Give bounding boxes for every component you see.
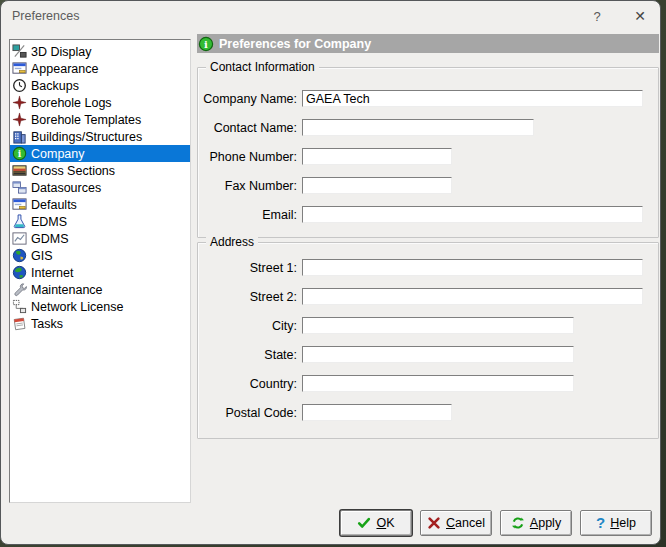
close-button[interactable]: ✕: [625, 5, 655, 27]
form-row: Company Name:: [198, 90, 658, 107]
state-input[interactable]: [302, 346, 574, 363]
sidebar-item-buildings-structures[interactable]: Buildings/Structures: [10, 128, 190, 145]
title-bar[interactable]: Preferences ? ✕: [1, 1, 660, 33]
sidebar-listbox[interactable]: 3D Display Appearance Backups Borehole L…: [9, 39, 191, 503]
sidebar-item-network-license[interactable]: Network License: [10, 298, 190, 315]
cancel-button[interactable]: Cancel: [420, 510, 492, 536]
form-row: Street 1:: [198, 259, 658, 276]
sidebar-item-label: Defaults: [31, 198, 77, 212]
street_1-input[interactable]: [302, 259, 643, 276]
window-title: Preferences: [12, 9, 79, 23]
sidebar-item-label: EDMS: [31, 215, 67, 229]
button-label: Help: [610, 516, 636, 530]
sidebar-item-tasks[interactable]: Tasks: [10, 315, 190, 332]
form-row: Postal Code:: [198, 404, 658, 421]
street_2-label: Street 2:: [198, 290, 297, 304]
sidebar-item-label: GDMS: [31, 232, 69, 246]
cross-icon: [427, 516, 441, 530]
question-icon: ?: [596, 516, 605, 530]
sidebar-item-borehole-templates[interactable]: Borehole Templates: [10, 111, 190, 128]
form-row: Phone Number:: [198, 148, 658, 165]
globe-internet-icon: [12, 265, 27, 280]
check-icon: [357, 516, 371, 530]
button-label: OK: [376, 516, 394, 530]
borehole-star-icon: [12, 112, 27, 127]
window-icon: [12, 197, 27, 212]
sidebar-item-label: Borehole Templates: [31, 113, 141, 127]
wrench-icon: [12, 282, 27, 297]
sidebar-item-appearance[interactable]: Appearance: [10, 60, 190, 77]
sidebar-item-3d-display[interactable]: 3D Display: [10, 43, 190, 60]
email-input[interactable]: [302, 206, 643, 223]
close-icon: ✕: [634, 8, 646, 24]
phone_number-input[interactable]: [302, 148, 452, 165]
sidebar-item-label: Appearance: [31, 62, 98, 76]
sidebar-item-label: Cross Sections: [31, 164, 115, 178]
sidebar-item-label: GIS: [31, 249, 53, 263]
help-button[interactable]: ? Help: [580, 510, 652, 536]
sidebar-item-gis[interactable]: GIS: [10, 247, 190, 264]
form-row: State:: [198, 346, 658, 363]
desktop-background: Preferences ? ✕ 3D Display Appearance Ba…: [0, 0, 666, 547]
network-icon: [12, 299, 27, 314]
line-chart-icon: [12, 231, 27, 246]
sidebar-item-label: Backups: [31, 79, 79, 93]
sidebar-item-label: Tasks: [31, 317, 63, 331]
cube-3d-icon: [12, 44, 27, 59]
ok-button[interactable]: OK: [340, 510, 412, 536]
state-label: State:: [198, 348, 297, 362]
fax_number-input[interactable]: [302, 177, 452, 194]
street_2-input[interactable]: [302, 288, 643, 305]
info-icon: i: [198, 36, 214, 52]
titlebar-help-button[interactable]: ?: [582, 5, 612, 27]
contact_name-label: Contact Name:: [198, 121, 297, 135]
svg-text:i: i: [204, 39, 208, 50]
sidebar-item-label: 3D Display: [31, 45, 91, 59]
sidebar-item-label: Borehole Logs: [31, 96, 112, 110]
datasource-icon: [12, 180, 27, 195]
sidebar-item-maintenance[interactable]: Maintenance: [10, 281, 190, 298]
country-label: Country:: [198, 377, 297, 391]
apply-button[interactable]: Apply: [500, 510, 572, 536]
sidebar-item-label: Network License: [31, 300, 123, 314]
button-label: Apply: [530, 516, 561, 530]
panel-header-title: Preferences for Company: [219, 37, 371, 51]
sidebar-item-gdms[interactable]: GDMS: [10, 230, 190, 247]
clock-icon: [12, 78, 27, 93]
sidebar-item-internet[interactable]: Internet: [10, 264, 190, 281]
postal_code-input[interactable]: [302, 404, 452, 421]
svg-text:i: i: [18, 148, 22, 159]
email-label: Email:: [198, 208, 297, 222]
sidebar-item-edms[interactable]: EDMS: [10, 213, 190, 230]
sidebar-item-backups[interactable]: Backups: [10, 77, 190, 94]
form-row: City:: [198, 317, 658, 334]
globe-icon: [12, 248, 27, 263]
panel-header: i Preferences for Company: [197, 34, 659, 53]
country-input[interactable]: [302, 375, 574, 392]
contact_name-input[interactable]: [302, 119, 534, 136]
borehole-star-icon: [12, 95, 27, 110]
strata-icon: [12, 163, 27, 178]
sidebar-item-company[interactable]: i Company: [10, 145, 190, 162]
group-title: Address: [206, 235, 258, 249]
form-row: Street 2:: [198, 288, 658, 305]
button-label: Cancel: [446, 516, 485, 530]
sidebar-item-borehole-logs[interactable]: Borehole Logs: [10, 94, 190, 111]
sidebar-item-cross-sections[interactable]: Cross Sections: [10, 162, 190, 179]
sidebar-item-defaults[interactable]: Defaults: [10, 196, 190, 213]
group-address: Address Street 1: Street 2: City: State:…: [197, 242, 659, 439]
company_name-label: Company Name:: [198, 92, 297, 106]
form-row: Country:: [198, 375, 658, 392]
tasks-icon: [12, 316, 27, 331]
window-icon: [12, 61, 27, 76]
flask-icon: [12, 214, 27, 229]
sidebar-item-datasources[interactable]: Datasources: [10, 179, 190, 196]
preferences-dialog: Preferences ? ✕ 3D Display Appearance Ba…: [0, 0, 661, 545]
city-input[interactable]: [302, 317, 574, 334]
form-row: Contact Name:: [198, 119, 658, 136]
dialog-button-row: OK Cancel Apply ? Help: [340, 510, 652, 536]
company_name-input[interactable]: [302, 90, 643, 107]
question-icon: ?: [593, 9, 600, 24]
sidebar-item-label: Internet: [31, 266, 73, 280]
form-row: Email:: [198, 206, 658, 223]
